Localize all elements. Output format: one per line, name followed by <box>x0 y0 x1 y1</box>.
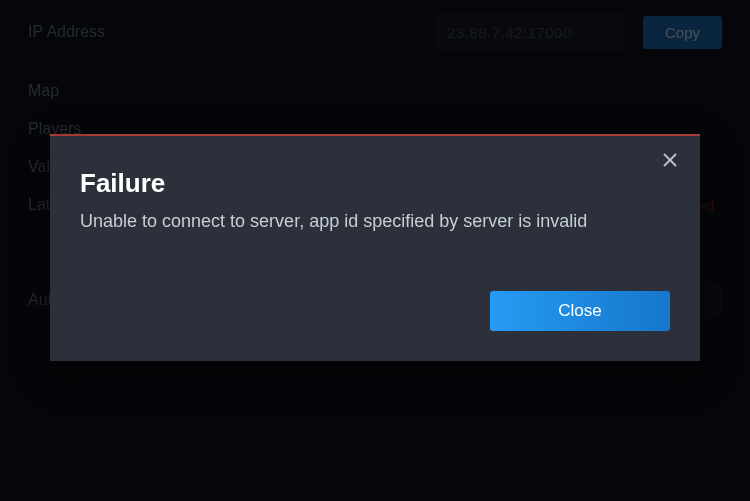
dialog-close-button[interactable] <box>658 150 682 174</box>
failure-dialog: Failure Unable to connect to server, app… <box>50 134 700 361</box>
dialog-title: Failure <box>80 168 670 199</box>
close-icon <box>662 152 678 172</box>
dialog-close-primary-button[interactable]: Close <box>490 291 670 331</box>
dialog-message: Unable to connect to server, app id spec… <box>80 209 670 233</box>
